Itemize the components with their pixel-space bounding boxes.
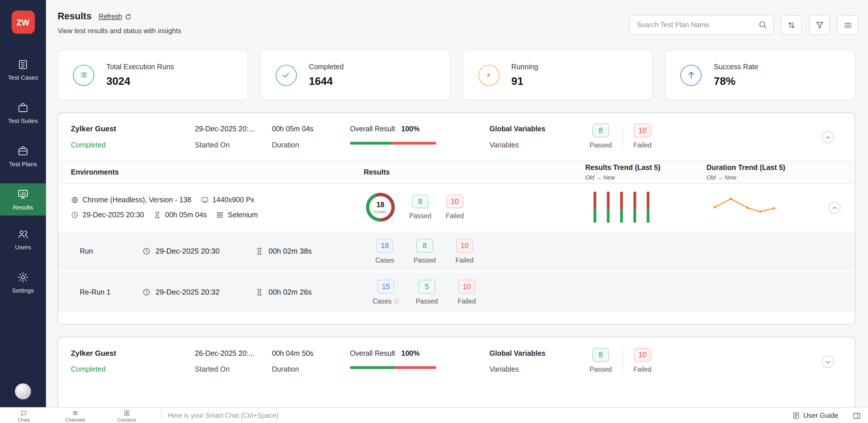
contacts-button[interactable]: Contacts: [110, 409, 144, 422]
filter-button[interactable]: [809, 15, 830, 35]
sidebar-item-users[interactable]: Users: [0, 223, 46, 255]
test-plans-icon: [17, 145, 29, 157]
failed-count-badge: 10: [634, 123, 651, 137]
duration-value: 00h 04m 50s: [272, 349, 350, 358]
old-new-legend: Old → New: [585, 174, 706, 181]
smart-chat-bar: Chats Channels Contacts User Guide: [0, 407, 868, 423]
passed-count-badge: 8: [592, 123, 609, 137]
sidebar-item-results[interactable]: Results: [0, 183, 46, 215]
run-row[interactable]: Run 29-Dec-2025 20:30 00h 02m 38s 18: [58, 232, 855, 271]
cases-count: 18: [376, 200, 384, 209]
variables-label: Variables: [489, 365, 590, 373]
test-plan-result-card: Zylker Guest Completed 29-Dec-2025 20:..…: [58, 113, 856, 325]
sidebar-item-label: Test Cases: [8, 74, 38, 81]
user-avatar[interactable]: [15, 384, 31, 400]
resolution-value: 1440x900 Px: [212, 195, 254, 204]
cases-label: Cases: [375, 256, 394, 264]
overall-progress-bar: [350, 142, 436, 145]
passed-label: Passed: [409, 212, 431, 220]
info-icon[interactable]: [394, 298, 399, 304]
failed-label: Failed: [633, 141, 652, 149]
failed-count-badge: 10: [634, 348, 651, 362]
sidebar-item-settings[interactable]: Settings: [0, 267, 46, 299]
divider: [161, 411, 162, 421]
column-results-trend: Results Trend (Last 5) Old → New: [585, 163, 706, 181]
cases-count-badge: 15: [377, 280, 395, 294]
hourglass-icon: [153, 211, 161, 219]
user-guide-button[interactable]: User Guide: [792, 412, 838, 420]
sidebar-item-test-suites[interactable]: Test Suites: [0, 97, 46, 129]
rerun-row[interactable]: Re-Run 1 29-Dec-2025 20:32 00h 02m 26s 1…: [58, 273, 855, 312]
env-datetime: 29-Dec-2025 20:30: [83, 211, 144, 219]
main-content: Results Refresh View test results and st…: [46, 0, 868, 423]
passed-count-badge: 8: [412, 194, 429, 208]
collapse-environment-button[interactable]: [828, 202, 840, 214]
refresh-icon: [125, 13, 132, 20]
side-panel-toggle-button[interactable]: [853, 412, 861, 420]
passed-label: Passed: [590, 366, 612, 373]
stat-card-total-runs: Total Execution Runs 3024: [58, 50, 248, 100]
sidebar-item-test-cases[interactable]: Test Cases: [0, 54, 46, 86]
refresh-button[interactable]: Refresh: [99, 13, 132, 21]
stat-value: 3024: [106, 75, 174, 87]
overall-result-percent: 100%: [401, 125, 420, 133]
cases-label: Cases: [374, 209, 387, 214]
people-icon: [72, 410, 79, 416]
chats-label: Chats: [18, 417, 30, 422]
passed-count-badge: 8: [416, 239, 433, 252]
started-on-value: 29-Dec-2025 20:...: [195, 125, 272, 133]
run-card-header: Zylker Guest Completed 26-Dec-2025 20:..…: [58, 337, 855, 384]
overall-progress-bar: [350, 366, 436, 369]
duration-value: 00h 05m 04s: [272, 125, 350, 133]
chats-button[interactable]: Chats: [7, 409, 41, 422]
chevron-up-icon: [831, 205, 837, 211]
stat-label: Success Rate: [714, 63, 758, 71]
selenium-grid-icon: [216, 211, 224, 219]
smart-chat-input[interactable]: [168, 412, 792, 420]
test-cases-icon: [17, 59, 29, 70]
column-duration-trend: Duration Trend (Last 5) Old → New: [707, 163, 855, 181]
test-plan-result-card: Zylker Guest Completed 26-Dec-2025 20:..…: [58, 337, 856, 409]
run-name: Re-Run 1: [80, 288, 142, 296]
sidebar-item-label: Test Plans: [9, 161, 37, 168]
sidebar: ZW Test Cases Test Suites Test Plans Res…: [0, 0, 46, 423]
status-badge: Completed: [71, 365, 195, 373]
global-variables-label: Global Variables: [489, 349, 590, 358]
stat-label: Completed: [309, 63, 344, 71]
guide-book-icon: [792, 412, 800, 420]
failed-count-badge: 10: [456, 239, 473, 252]
list-view-button[interactable]: [837, 15, 858, 35]
gear-icon: [17, 272, 29, 283]
channels-button[interactable]: Channels: [58, 409, 93, 422]
divider: [622, 348, 623, 373]
sidebar-item-test-plans[interactable]: Test Plans: [0, 140, 46, 172]
stats-row: Total Execution Runs 3024 Completed 1644…: [58, 50, 856, 100]
list-icon: [843, 20, 852, 30]
column-environments: Environments: [58, 168, 364, 176]
chrome-browser-icon: [71, 196, 79, 204]
workspace-logo[interactable]: ZW: [11, 10, 35, 34]
clock-icon: [142, 247, 151, 255]
env-duration: 00h 05m 04s: [165, 211, 207, 219]
started-on-label: Started On: [195, 141, 272, 149]
sidebar-item-label: Test Suites: [8, 117, 38, 124]
run-card-header: Zylker Guest Completed 29-Dec-2025 20:..…: [58, 113, 855, 160]
cases-count-badge: 18: [376, 239, 393, 252]
stat-card-completed: Completed 1644: [260, 50, 451, 100]
sort-button[interactable]: [781, 15, 802, 35]
cases-donut-chart: 18 Cases: [366, 193, 395, 221]
search-input[interactable]: [629, 15, 773, 35]
page-header: Results Refresh View test results and st…: [46, 0, 868, 35]
passed-label: Passed: [413, 256, 436, 264]
search-box: [629, 15, 773, 35]
channels-label: Channels: [65, 417, 85, 422]
collapse-card-button[interactable]: [822, 131, 834, 143]
failed-label: Failed: [446, 212, 464, 220]
expand-card-button[interactable]: [822, 356, 834, 368]
environment-row[interactable]: Chrome (Headless), Version - 138 1440x90…: [58, 184, 855, 232]
overall-result-label: Overall Result: [350, 125, 395, 133]
tool-name: Selenium: [228, 211, 258, 219]
test-suites-icon: [17, 102, 29, 113]
results-trend-bars: [585, 191, 706, 223]
started-on-value: 26-Dec-2025 20:...: [195, 349, 272, 358]
